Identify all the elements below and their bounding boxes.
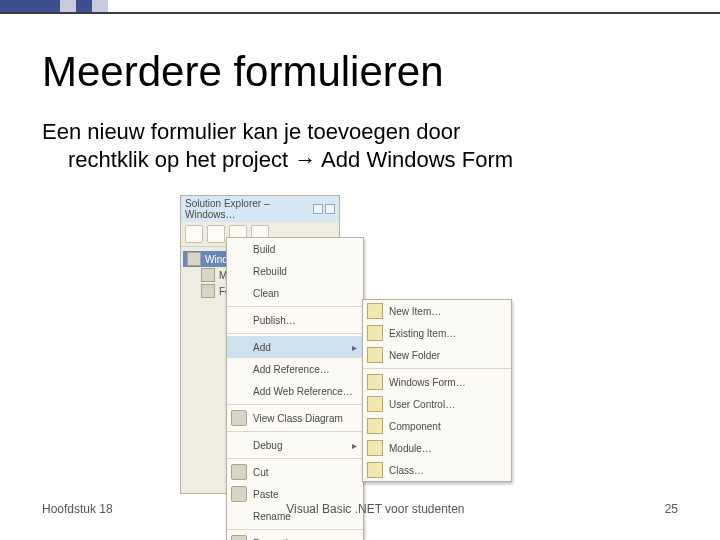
add-submenu: New Item… Existing Item… New Folder Wind… [362,299,512,482]
slide-title: Meerdere formulieren [42,48,444,96]
slide-body: Een nieuw formulier kan je toevoegen doo… [42,118,678,173]
menu-separator [227,306,363,307]
close-icon[interactable] [325,204,335,214]
menu-build[interactable]: Build [227,238,363,260]
submenu-user-control[interactable]: User Control… [363,393,511,415]
item-icon [367,303,383,319]
chevron-right-icon: ▸ [352,342,357,353]
paste-icon [231,486,247,502]
menu-separator [227,529,363,530]
body-line-2: rechtklik op het project → Add Windows F… [68,146,678,174]
toolbar-btn-1[interactable] [185,225,203,243]
body-line-1: Een nieuw formulier kan je toevoegen doo… [42,119,460,144]
pin-icon[interactable] [313,204,323,214]
menu-clean[interactable]: Clean [227,282,363,304]
menu-rebuild[interactable]: Rebuild [227,260,363,282]
panel-titlebar: Solution Explorer – Windows… [181,196,339,222]
submenu-windows-form[interactable]: Windows Form… [363,371,511,393]
submenu-class[interactable]: Class… [363,459,511,481]
slide-accent-bar [0,0,720,12]
diagram-icon [231,410,247,426]
properties-icon [231,535,247,540]
menu-cut[interactable]: Cut [227,461,363,483]
submenu-new-item[interactable]: New Item… [363,300,511,322]
cut-icon [231,464,247,480]
submenu-component[interactable]: Component [363,415,511,437]
module-icon [367,440,383,456]
footer-left: Hoofdstuk 18 [42,502,113,516]
class-icon [367,462,383,478]
slide-divider [0,12,720,14]
menu-add-web-reference[interactable]: Add Web Reference… [227,380,363,402]
context-menu: Build Rebuild Clean Publish… Add▸ Add Re… [226,237,364,540]
slide: Meerdere formulieren Een nieuw formulier… [0,0,720,540]
menu-properties[interactable]: Properties [227,532,363,540]
menu-separator [227,458,363,459]
slide-footer: Hoofdstuk 18 Visual Basic .NET voor stud… [42,502,678,516]
form-icon [201,284,215,298]
control-icon [367,396,383,412]
menu-separator [363,368,511,369]
menu-separator [227,431,363,432]
panel-window-controls [313,204,335,214]
footer-center: Visual Basic .NET voor studenten [113,502,638,516]
menu-separator [227,333,363,334]
project-icon [187,252,201,266]
menu-publish[interactable]: Publish… [227,309,363,331]
form-icon [367,374,383,390]
submenu-module[interactable]: Module… [363,437,511,459]
menu-view-class-diagram[interactable]: View Class Diagram [227,407,363,429]
item-icon [367,325,383,341]
component-icon [367,418,383,434]
folder-icon [367,347,383,363]
screenshot: Solution Explorer – Windows… WindowsAppl… [180,195,510,494]
menu-separator [227,404,363,405]
menu-add[interactable]: Add▸ [227,336,363,358]
panel-title: Solution Explorer – Windows… [185,198,309,220]
toolbar-btn-2[interactable] [207,225,225,243]
submenu-existing-item[interactable]: Existing Item… [363,322,511,344]
folder-icon [201,268,215,282]
submenu-new-folder[interactable]: New Folder [363,344,511,366]
footer-page-number: 25 [638,502,678,516]
menu-add-reference[interactable]: Add Reference… [227,358,363,380]
menu-debug[interactable]: Debug▸ [227,434,363,456]
chevron-right-icon: ▸ [352,440,357,451]
